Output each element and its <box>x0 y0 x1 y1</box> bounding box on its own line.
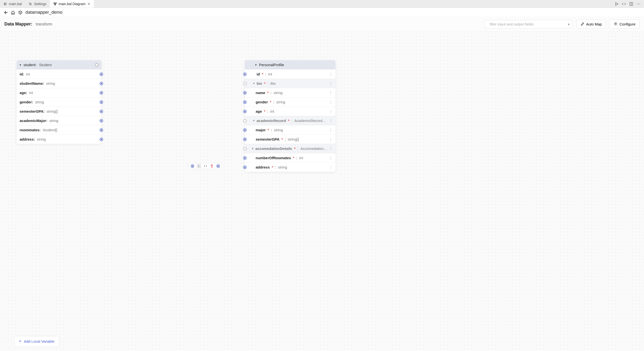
output-port[interactable] <box>100 100 103 104</box>
chevron-down-icon[interactable]: ▾ <box>568 22 570 26</box>
more-icon[interactable] <box>637 2 640 6</box>
input-port[interactable] <box>243 119 246 122</box>
delete-icon[interactable] <box>210 164 214 168</box>
plus-icon: + <box>19 339 22 344</box>
output-port[interactable] <box>100 138 103 141</box>
field-type: int <box>29 91 33 95</box>
field-type: Bio <box>270 81 276 86</box>
field-row-group[interactable]: ▾academicRecord*:AcademicRecord…⋮ <box>245 116 336 125</box>
code-icon[interactable] <box>204 164 207 168</box>
configure-button[interactable]: Configure <box>610 20 640 29</box>
more-icon[interactable]: ⋮ <box>329 156 332 160</box>
input-port[interactable] <box>243 156 246 160</box>
diagram-icon <box>54 2 57 6</box>
input-port[interactable] <box>243 100 246 104</box>
back-icon[interactable] <box>4 10 8 15</box>
field-row[interactable]: semesterGPA*:string[]⋮ <box>245 134 336 144</box>
tab-settings[interactable]: Settings <box>25 0 50 8</box>
field-row[interactable]: roommates:Student[] <box>17 125 101 134</box>
svg-rect-7 <box>55 2 56 4</box>
run-icon[interactable] <box>614 2 618 6</box>
more-icon[interactable]: ⋮ <box>329 72 332 76</box>
output-port[interactable] <box>100 72 103 76</box>
output-port[interactable] <box>100 91 103 94</box>
input-port[interactable] <box>243 128 246 132</box>
wand-icon <box>580 22 584 26</box>
required-mark: * <box>267 91 268 95</box>
input-port[interactable] <box>243 166 246 169</box>
field-type: int <box>26 72 30 76</box>
field-row[interactable]: numberOfRoomates*:int⋮ <box>245 153 336 162</box>
field-row[interactable]: age:int <box>17 88 101 97</box>
output-port[interactable] <box>216 164 220 168</box>
field-row[interactable]: gender*:string⋮ <box>245 97 336 106</box>
more-icon[interactable]: ⋮ <box>329 138 332 141</box>
more-icon[interactable]: ⋮ <box>329 82 332 85</box>
input-port[interactable] <box>243 82 246 85</box>
filter-input[interactable] <box>490 22 566 26</box>
package-icon[interactable] <box>18 10 22 15</box>
output-header[interactable]: ▾ PersonalProfile <box>245 60 336 69</box>
tab-diagram[interactable]: main.bal Diagram ✕ <box>50 0 94 8</box>
output-type: PersonalProfile <box>259 63 284 67</box>
output-port[interactable] <box>100 128 103 132</box>
tab-label: Settings <box>34 2 46 6</box>
field-row[interactable]: semesterGPA:string[] <box>17 106 101 116</box>
add-local-variable-button[interactable]: + Add Local Variable <box>14 336 59 346</box>
more-icon[interactable]: ⋮ <box>329 110 332 113</box>
output-record-card[interactable]: ▾ PersonalProfile id*:int⋮ ▾bio*:Bio⋮ na… <box>245 60 336 172</box>
output-port[interactable] <box>100 82 103 85</box>
field-type: string <box>37 137 46 141</box>
input-port[interactable] <box>243 110 246 113</box>
automap-button[interactable]: Auto Map <box>576 20 606 29</box>
field-row[interactable]: id*:int⋮ <box>245 69 336 79</box>
field-type: int <box>268 72 272 76</box>
field-row-group[interactable]: ▾accomedationDetails*:Accomedation…⋮ <box>245 144 336 153</box>
breadcrumb: datamapper_demo <box>26 10 62 15</box>
more-icon[interactable]: ⋮ <box>329 100 332 104</box>
field-row[interactable]: gender:string <box>17 97 101 106</box>
field-name: roommates: <box>20 128 41 132</box>
field-row[interactable]: academicMajor:string <box>17 116 101 125</box>
field-row[interactable]: id:int <box>17 69 101 79</box>
field-row-group[interactable]: ▾bio*:Bio⋮ <box>245 79 336 88</box>
field-name: address: <box>20 137 35 141</box>
more-icon[interactable]: ⋮ <box>329 166 332 169</box>
close-icon[interactable]: ✕ <box>88 2 90 6</box>
tab-bar: main.bal Settings main.bal Diagram ✕ <box>0 0 644 8</box>
chevron-down-icon: ▾ <box>253 119 255 122</box>
field-row[interactable]: age*:int⋮ <box>245 106 336 116</box>
field-row[interactable]: studentName:string <box>17 79 101 88</box>
input-port[interactable] <box>243 91 246 94</box>
split-icon[interactable] <box>629 2 633 6</box>
tab-main-bal[interactable]: main.bal <box>0 0 25 8</box>
more-icon[interactable]: ⋮ <box>329 91 332 94</box>
output-port[interactable] <box>100 119 103 122</box>
more-icon[interactable]: ⋮ <box>329 119 332 122</box>
output-port[interactable] <box>95 63 98 66</box>
mapper-canvas[interactable]: ▾ student: Student id:int studentName:st… <box>0 31 644 351</box>
field-row[interactable]: address*:string⋮ <box>245 162 336 172</box>
input-port[interactable] <box>243 72 246 76</box>
expression-node[interactable]: E <box>188 163 222 169</box>
top-nav: datamapper_demo <box>0 8 644 17</box>
field-name: gender <box>256 100 268 104</box>
input-port[interactable] <box>191 164 194 168</box>
field-row[interactable]: name*:string⋮ <box>245 88 336 97</box>
input-port[interactable] <box>243 138 246 141</box>
field-row[interactable]: major*:string⋮ <box>245 125 336 134</box>
more-icon[interactable]: ⋮ <box>329 128 332 132</box>
input-header[interactable]: ▾ student: Student <box>17 60 101 69</box>
output-port[interactable] <box>100 110 103 113</box>
code-icon[interactable] <box>622 2 626 6</box>
home-icon[interactable] <box>11 10 15 15</box>
input-record-card[interactable]: ▾ student: Student id:int studentName:st… <box>17 60 101 144</box>
more-icon[interactable]: ⋮ <box>329 147 332 150</box>
field-name: id: <box>20 72 24 76</box>
required-mark: * <box>268 128 269 132</box>
field-row[interactable]: address:string <box>17 134 101 144</box>
required-mark: * <box>262 72 263 76</box>
input-port[interactable] <box>243 147 246 150</box>
filter-input-wrapper[interactable]: ▾ <box>484 20 573 28</box>
svg-point-13 <box>640 4 640 4</box>
